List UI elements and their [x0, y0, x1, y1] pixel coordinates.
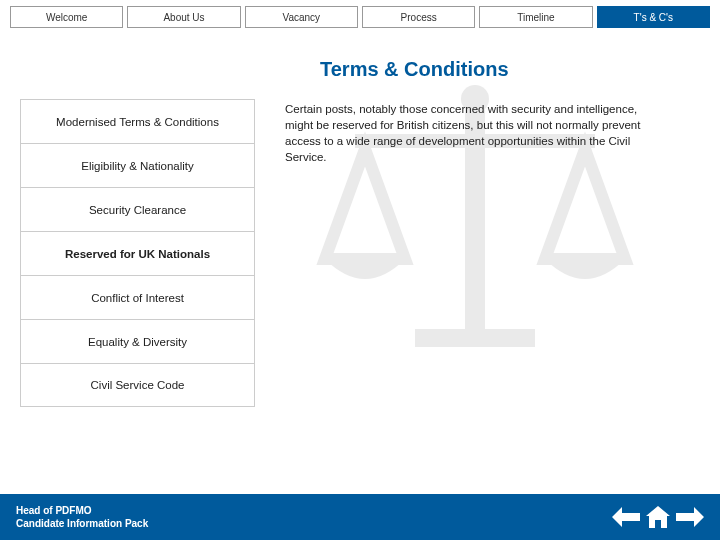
footer-title: Head of PDFMO Candidate Information Pack [16, 504, 148, 530]
main-content: Certain posts, notably those concerned w… [285, 99, 700, 407]
tab-process[interactable]: Process [362, 6, 475, 28]
tab-about-us[interactable]: About Us [127, 6, 240, 28]
top-navigation: Welcome About Us Vacancy Process Timelin… [0, 0, 720, 30]
tab-welcome[interactable]: Welcome [10, 6, 123, 28]
sidebar-item-equality-diversity[interactable]: Equality & Diversity [20, 319, 255, 363]
home-icon[interactable] [646, 506, 670, 528]
sidebar-item-reserved-uk-nationals[interactable]: Reserved for UK Nationals [20, 231, 255, 275]
page-title: Terms & Conditions [320, 58, 720, 81]
body-paragraph: Certain posts, notably those concerned w… [285, 101, 665, 165]
tab-vacancy[interactable]: Vacancy [245, 6, 358, 28]
previous-arrow-icon[interactable] [612, 507, 640, 527]
footer-line-1: Head of PDFMO [16, 504, 148, 517]
sidebar-item-security-clearance[interactable]: Security Clearance [20, 187, 255, 231]
sidebar: Modernised Terms & Conditions Eligibilit… [20, 99, 255, 407]
footer-navigation [612, 506, 704, 528]
tab-timeline[interactable]: Timeline [479, 6, 592, 28]
sidebar-item-eligibility-nationality[interactable]: Eligibility & Nationality [20, 143, 255, 187]
sidebar-item-conflict-of-interest[interactable]: Conflict of Interest [20, 275, 255, 319]
tab-terms-conditions[interactable]: T's & C's [597, 6, 710, 28]
sidebar-item-civil-service-code[interactable]: Civil Service Code [20, 363, 255, 407]
footer: Head of PDFMO Candidate Information Pack [0, 494, 720, 540]
content-area: Modernised Terms & Conditions Eligibilit… [0, 99, 720, 407]
footer-line-2: Candidate Information Pack [16, 517, 148, 530]
next-arrow-icon[interactable] [676, 507, 704, 527]
sidebar-item-modernised-terms[interactable]: Modernised Terms & Conditions [20, 99, 255, 143]
svg-rect-3 [415, 329, 535, 347]
